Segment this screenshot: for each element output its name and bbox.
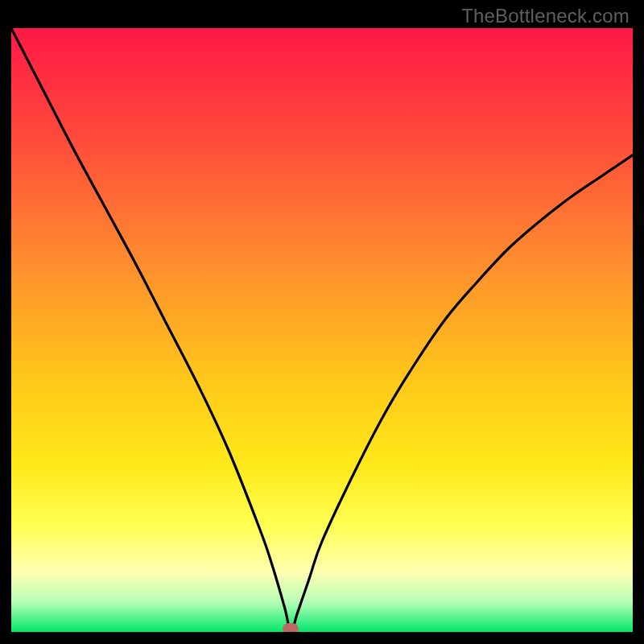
chart-container: TheBottleneck.com	[0, 0, 644, 644]
watermark-text: TheBottleneck.com	[461, 5, 630, 27]
curve-path	[11, 28, 633, 632]
optimum-marker	[283, 623, 299, 632]
plot-area	[11, 28, 633, 632]
bottleneck-curve	[11, 28, 633, 632]
